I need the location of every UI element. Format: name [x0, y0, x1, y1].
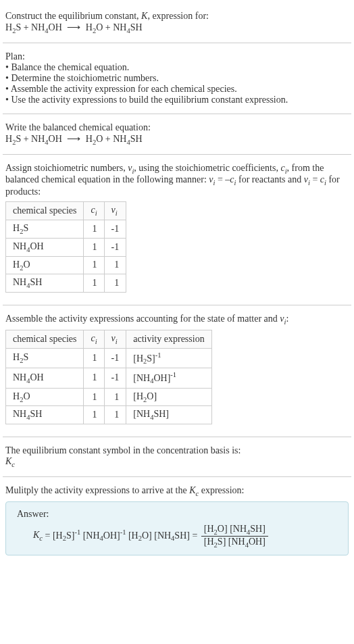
col-vi: νi	[104, 202, 126, 220]
cell-species: H2O	[6, 256, 84, 274]
fraction-numerator: [H2O] [NH4SH]	[201, 524, 268, 537]
divider	[3, 437, 351, 437]
table-row: NH4OH 1 -1 [NH4OH]-1	[6, 368, 212, 388]
table-row: NH4OH 1 -1	[6, 238, 126, 256]
cell-vi: 1	[104, 256, 126, 274]
balanced-section: Write the balanced chemical equation: H2…	[3, 117, 351, 151]
cell-species: H2S	[6, 220, 84, 238]
cell-vi: -1	[104, 368, 126, 388]
plan-header: Plan:	[5, 51, 349, 62]
cell-ci: 1	[84, 368, 104, 388]
plan-item: • Balance the chemical equation.	[5, 62, 349, 73]
divider	[3, 305, 351, 305]
page-content: Construct the equilibrium constant, K, e…	[0, 0, 354, 570]
fraction: [H2O] [NH4SH] [H2S] [NH4OH]	[201, 524, 268, 549]
reaction-balanced: H2S + NH4OH ⟶ H2O + NH4SH	[5, 133, 349, 146]
table-header-row: chemical species ci νi activity expressi…	[6, 330, 212, 348]
kc-symbol-header: The equilibrium constant symbol in the c…	[5, 445, 349, 456]
cell-species: NH4SH	[6, 406, 84, 424]
cell-vi: -1	[104, 238, 126, 256]
fraction-denominator: [H2S] [NH4OH]	[201, 537, 268, 549]
divider	[3, 43, 351, 43]
col-species: chemical species	[6, 330, 84, 348]
table-row: NH4SH 1 1 [NH4SH]	[6, 406, 212, 424]
cell-ci: 1	[84, 256, 104, 274]
plan-section: Plan: • Balance the chemical equation. •…	[3, 46, 351, 111]
col-vi: νi	[104, 330, 126, 348]
divider	[3, 154, 351, 155]
kc-symbol-section: The equilibrium constant symbol in the c…	[3, 440, 351, 474]
cell-species: NH4OH	[6, 368, 84, 388]
cell-vi: 1	[104, 274, 126, 293]
cell-activity: [NH4OH]-1	[126, 368, 211, 388]
activity-table: chemical species ci νi activity expressi…	[5, 330, 212, 424]
cell-activity: [H2O]	[126, 388, 211, 406]
multiply-section: Mulitply the activity expressions to arr…	[3, 480, 351, 565]
table-row: NH4SH 1 1	[6, 274, 126, 293]
stoich-section: Assign stoichiometric numbers, νi, using…	[3, 157, 351, 303]
cell-ci: 1	[84, 274, 104, 293]
answer-label: Answer:	[17, 509, 337, 520]
col-ci: ci	[84, 330, 104, 348]
reaction-unbalanced: H2S + NH4OH ⟶ H2O + NH4SH	[5, 22, 349, 34]
cell-ci: 1	[84, 348, 104, 368]
table-header-row: chemical species ci νi	[6, 202, 126, 220]
kc-symbol: Kc	[5, 456, 349, 468]
table-row: H2S 1 -1	[6, 220, 126, 238]
cell-ci: 1	[84, 220, 104, 238]
divider	[3, 114, 351, 114]
col-activity: activity expression	[126, 330, 211, 348]
plan-item: • Determine the stoichiometric numbers.	[5, 73, 349, 84]
cell-vi: 1	[104, 406, 126, 424]
cell-ci: 1	[84, 406, 104, 424]
activity-section: Assemble the activity expressions accoun…	[3, 308, 351, 434]
cell-species: H2S	[6, 348, 84, 368]
stoich-header: Assign stoichiometric numbers, νi, using…	[5, 163, 349, 198]
cell-ci: 1	[84, 238, 104, 256]
balanced-header: Write the balanced chemical equation:	[5, 122, 349, 133]
multiply-header: Mulitply the activity expressions to arr…	[5, 485, 349, 497]
divider	[3, 476, 351, 477]
col-ci: ci	[84, 202, 104, 220]
table-row: H2O 1 1 [H2O]	[6, 388, 212, 406]
title-section: Construct the equilibrium constant, K, e…	[3, 5, 351, 40]
cell-activity: [NH4SH]	[126, 406, 211, 424]
cell-species: H2O	[6, 388, 84, 406]
cell-vi: 1	[104, 388, 126, 406]
cell-activity: [H2S]-1	[126, 348, 211, 368]
plan-item: • Use the activity expressions to build …	[5, 95, 349, 105]
stoich-table: chemical species ci νi H2S 1 -1 NH4OH 1 …	[5, 201, 126, 293]
answer-box: Answer: Kc = [H2S]-1 [NH4OH]-1 [H2O] [NH…	[5, 501, 349, 556]
title-text: Construct the equilibrium constant, K, e…	[5, 11, 349, 22]
kc-expression: Kc = [H2S]-1 [NH4OH]-1 [H2O] [NH4SH] = […	[17, 524, 337, 549]
cell-species: NH4SH	[6, 274, 84, 293]
cell-ci: 1	[84, 388, 104, 406]
plan-item: • Assemble the activity expression for e…	[5, 84, 349, 95]
cell-vi: -1	[104, 348, 126, 368]
col-species: chemical species	[6, 202, 84, 220]
cell-vi: -1	[104, 220, 126, 238]
table-row: H2S 1 -1 [H2S]-1	[6, 348, 212, 368]
cell-species: NH4OH	[6, 238, 84, 256]
table-row: H2O 1 1	[6, 256, 126, 274]
activity-header: Assemble the activity expressions accoun…	[5, 314, 349, 326]
